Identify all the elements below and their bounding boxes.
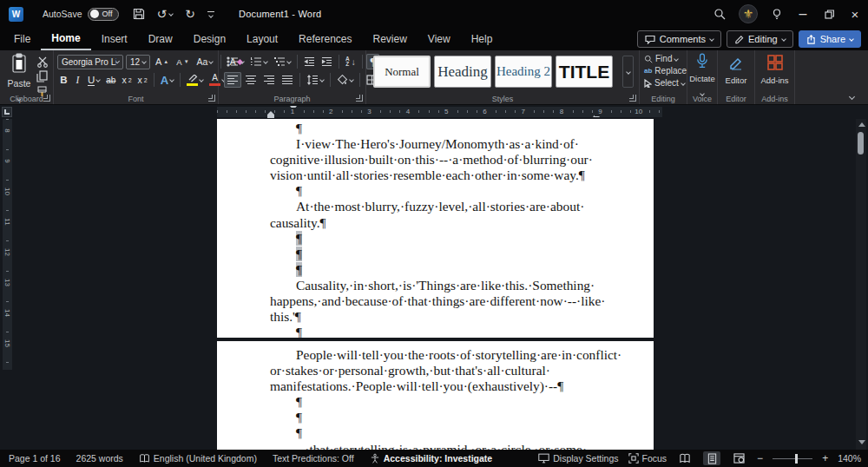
zoom-slider-thumb[interactable] [795, 454, 798, 464]
align-center-button[interactable] [242, 72, 260, 88]
font-name-select[interactable]: Georgia Pro Light [57, 55, 123, 69]
page-indicator[interactable]: Page 1 of 16 [9, 453, 61, 464]
zoom-out-button[interactable]: − [757, 452, 763, 464]
decrease-indent-button[interactable] [301, 54, 318, 69]
align-right-button[interactable] [260, 72, 278, 88]
accessibility-status[interactable]: Accessibility: Investigate [370, 453, 492, 464]
zoom-slider[interactable] [773, 458, 812, 459]
zoom-level[interactable]: 140% [838, 453, 861, 464]
document-line[interactable]: cognitive·illusion·built·on·this·--·a·me… [270, 152, 605, 168]
strikethrough-button[interactable]: ab [103, 72, 118, 88]
comments-button[interactable]: Comments [637, 30, 721, 48]
tab-file[interactable]: File [3, 28, 41, 50]
styles-gallery-more-button[interactable] [622, 56, 634, 88]
addins-button[interactable]: Add-ins [755, 55, 794, 85]
document-line[interactable]: I·view·The·Hero's·Journey/Monomyth·as·a·… [270, 136, 605, 152]
document-line[interactable]: happens,·and·because·of·that·things·are·… [270, 293, 605, 309]
scroll-down-icon[interactable] [858, 440, 865, 444]
clipboard-dialog-launcher[interactable] [43, 95, 50, 102]
autosave-toggle[interactable]: Off [88, 8, 119, 21]
document-line[interactable]: causality.¶ [270, 215, 605, 231]
document-line[interactable]: ¶ [270, 262, 605, 278]
tab-insert[interactable]: Insert [91, 28, 138, 50]
document-line[interactable]: ¶ [270, 325, 605, 338]
tab-selector[interactable] [2, 107, 12, 117]
font-dialog-launcher[interactable] [208, 95, 215, 102]
select-button[interactable]: Select [644, 78, 685, 88]
shading-button[interactable] [334, 72, 356, 88]
bold-button[interactable]: B [57, 72, 70, 88]
sort-button[interactable]: AZ ↓ [343, 54, 358, 69]
search-icon[interactable] [707, 0, 733, 28]
style-heading-2[interactable]: Heading 2 [495, 56, 552, 88]
style-title[interactable]: TITLE [556, 56, 613, 88]
numbering-button[interactable] [247, 54, 270, 69]
collapse-ribbon-icon[interactable] [849, 94, 855, 100]
document-line[interactable]: People·will·tell·you·the·roots·of·storyt… [270, 347, 605, 363]
document-line[interactable]: ¶ [270, 425, 605, 441]
editor-button[interactable]: Editor [718, 55, 754, 85]
vertical-scrollbar[interactable] [856, 119, 866, 450]
page-2[interactable]: People·will·tell·you·the·roots·of·storyt… [217, 341, 654, 450]
editing-mode-button[interactable]: Editing [727, 30, 793, 48]
horizontal-ruler[interactable]: 12345678910 [217, 107, 662, 117]
style-heading[interactable]: Heading [434, 56, 491, 88]
minimize-button[interactable]: – [790, 0, 816, 28]
proofing-status[interactable]: English (United Kingdom) [139, 453, 257, 464]
document-line[interactable]: At·the·most·blurry,·fuzzy·level,·all·sto… [270, 199, 605, 214]
dictate-button[interactable]: Dictate [687, 53, 717, 99]
lightbulb-icon[interactable] [764, 0, 790, 28]
shrink-font-button[interactable]: A▼ [174, 54, 191, 69]
save-icon[interactable] [133, 8, 145, 20]
replace-button[interactable]: ab Replace [644, 66, 687, 76]
vertical-ruler[interactable]: 89101112131415 [3, 119, 12, 370]
document-line[interactable]: ¶ [270, 247, 605, 262]
tab-view[interactable]: View [418, 28, 461, 50]
word-logo-icon[interactable]: W [9, 7, 23, 22]
document-line[interactable]: ¶ [270, 183, 605, 199]
style-normal[interactable]: Normal [373, 56, 431, 88]
share-button[interactable]: Share [799, 30, 861, 48]
undo-button[interactable]: ↺ [157, 8, 174, 20]
find-button[interactable]: Find [644, 54, 678, 63]
align-left-button[interactable] [224, 72, 241, 88]
bullets-button[interactable] [224, 54, 247, 69]
left-indent-marker[interactable] [267, 115, 274, 118]
document-line[interactable]: Causality,·in·short,·is·'Things·are·like… [270, 278, 605, 293]
text-predictions[interactable]: Text Predictions: Off [273, 453, 354, 464]
web-layout-button[interactable] [730, 451, 747, 465]
document-line[interactable]: ¶ [270, 410, 605, 425]
print-layout-button[interactable] [703, 451, 720, 465]
font-size-select[interactable]: 12 [126, 55, 150, 69]
change-case-button[interactable]: Aa [194, 54, 216, 69]
scroll-up-icon[interactable] [858, 122, 865, 127]
close-button[interactable]: × [842, 0, 868, 28]
line-spacing-button[interactable] [304, 72, 326, 88]
scrollbar-thumb[interactable] [858, 132, 864, 155]
read-mode-button[interactable] [676, 451, 694, 465]
restore-button[interactable] [816, 0, 842, 28]
document-line[interactable]: --·that·storytelling·is·a·pyramid,·or·a·… [270, 442, 605, 450]
document-line[interactable]: ¶ [270, 231, 605, 247]
grow-font-button[interactable]: A▲ [153, 54, 171, 69]
tab-references[interactable]: References [288, 28, 362, 50]
redo-icon[interactable]: ↻ [185, 8, 195, 20]
document-line[interactable]: ¶ [270, 394, 605, 410]
document-line[interactable]: manifestations.·People·will·tell·you·(ex… [270, 378, 605, 394]
tab-draw[interactable]: Draw [138, 28, 183, 50]
justify-button[interactable] [279, 72, 296, 88]
document-line[interactable]: ¶ [270, 121, 605, 136]
tab-help[interactable]: Help [461, 28, 503, 50]
underline-button[interactable]: U [85, 72, 102, 88]
tab-design[interactable]: Design [183, 28, 236, 50]
document-line[interactable]: vision·until·all·stories·resemble·each·o… [270, 168, 605, 183]
page-1[interactable]: ¶I·view·The·Hero's·Journey/Monomyth·as·a… [217, 119, 654, 338]
italic-button[interactable]: I [71, 72, 84, 88]
multilevel-list-button[interactable] [271, 54, 293, 69]
highlight-button[interactable] [184, 72, 206, 88]
display-settings-button[interactable]: Display Settings [538, 453, 618, 464]
word-count[interactable]: 2625 words [76, 453, 123, 464]
document-line[interactable]: this.'¶ [270, 309, 605, 325]
styles-dialog-launcher[interactable] [629, 95, 636, 102]
copy-button[interactable] [36, 70, 48, 86]
